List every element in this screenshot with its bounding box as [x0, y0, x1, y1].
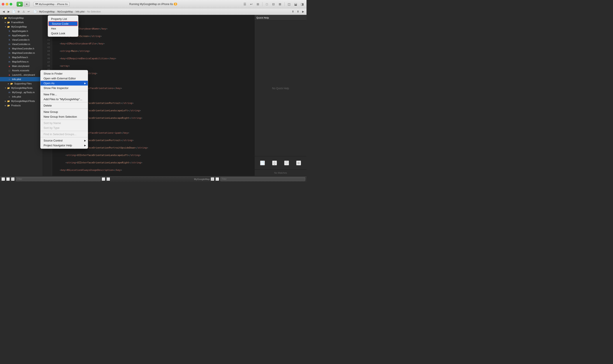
titlebar-center: Running MyGoogleMap on iPhone 6s 3: [129, 3, 177, 6]
context-menu-new-group[interactable]: New Group: [41, 109, 88, 114]
disclosure-mygooglemap[interactable]: ▼: [4, 25, 7, 28]
sidebar-item-uitests[interactable]: ▶ 📂 MyGoogleMapUITests: [0, 99, 43, 103]
nav-jump[interactable]: ↩: [27, 9, 31, 14]
titlebar: ▶ ■ 🗺 MyGoogleMap › iPhone 6s Running My…: [0, 0, 306, 8]
close-button[interactable]: [2, 3, 4, 5]
hide-inspector[interactable]: ◨: [300, 1, 305, 7]
sidebar-item-label-mapselfview-m: MapSelfView.m: [12, 60, 29, 63]
quick-help-bottom: 📄 {} ⓘ ⊞: [255, 156, 306, 169]
bottom-nav-2[interactable]: ▷: [106, 177, 110, 181]
remove-file-button[interactable]: −: [6, 177, 10, 181]
qh-code-btn[interactable]: {}: [272, 161, 277, 165]
sidebar-item-tests-m[interactable]: m MyGoogl...apTests.m: [0, 90, 43, 94]
sidebar-item-mapselfview-m[interactable]: m MapSelfView.m: [0, 60, 43, 64]
breadcrumb-2[interactable]: MyGoogleMap: [57, 10, 73, 13]
assistant-editor[interactable]: ⊟: [271, 1, 276, 7]
sidebar-item-infoplist[interactable]: ≡ Info.plist: [0, 77, 43, 81]
sidebar-item-mapselfview-h[interactable]: h MapSelfView.h: [0, 55, 43, 60]
hide-navigator[interactable]: ◫: [286, 1, 292, 7]
bottom-right-toggle[interactable]: ⊞: [211, 177, 215, 181]
breadcrumb-1[interactable]: MyGoogleMap: [39, 10, 55, 13]
bottom-filter-right[interactable]: ⌕: [216, 177, 219, 181]
context-menu-new-group-selection[interactable]: New Group from Selection: [41, 114, 88, 119]
context-menu-source-control[interactable]: Source Control: [41, 138, 88, 143]
line-num-43: 43: [43, 46, 52, 49]
sidebar-item-mainstoryboard[interactable]: ◈ Main.storyboard: [0, 64, 43, 68]
bottom-nav-1[interactable]: ◁: [102, 177, 106, 181]
filter-input[interactable]: [16, 177, 101, 181]
nav-next-issue[interactable]: ⬇: [296, 9, 300, 14]
context-menu-delete[interactable]: Delete: [41, 103, 88, 108]
submenu-quick-look[interactable]: Quick Look: [48, 31, 78, 36]
disclosure-tests[interactable]: ▼: [4, 86, 7, 90]
sidebar-item-viewcontroller-m[interactable]: m ViewController.m: [0, 42, 43, 46]
add-file-button[interactable]: +: [1, 177, 5, 181]
disclosure-project[interactable]: ▼: [1, 16, 4, 19]
warning-badge: 3: [174, 3, 177, 5]
nav-file[interactable]: 📄: [11, 9, 16, 14]
jump-btn[interactable]: ↩: [249, 1, 254, 7]
breadcrumb-3[interactable]: Info.plist: [76, 10, 84, 13]
context-menu-open-external[interactable]: Open with External Editor: [41, 76, 88, 81]
nav-toolbar: ◀ ▶ 📄 ⊕ ⚠ ↩ 📄 › MyGoogleMap › MyGoogleMa…: [0, 8, 306, 15]
submenu-source-code[interactable]: Source Code: [48, 21, 78, 26]
sidebar-item-products[interactable]: ▶ 📂 Products: [0, 103, 43, 108]
sidebar-item-appdelegate-h[interactable]: h AppDelegate.h: [0, 29, 43, 33]
traffic-lights: [2, 3, 12, 5]
sidebar-item-mapviewcontroller-h[interactable]: h MapViewController.h: [0, 46, 43, 51]
submenu-hex[interactable]: Hex: [48, 26, 78, 31]
sidebar-item-appdelegate-m[interactable]: m AppDelegate.m: [0, 33, 43, 38]
navigator-toggle[interactable]: ☰: [242, 1, 247, 7]
scheme-selector[interactable]: 🗺 MyGoogleMap › iPhone 6s: [33, 2, 70, 6]
mygooglemap-icon: 📂: [7, 25, 10, 28]
sidebar-item-project[interactable]: ▼ 📁 MyGoogleMap: [0, 16, 43, 20]
sidebar-item-viewcontroller-h[interactable]: h ViewController.h: [0, 38, 43, 42]
context-menu-add-files[interactable]: Add Files to "MyGoogleMap"...: [41, 97, 88, 102]
context-menu-show-in-finder[interactable]: Show in Finder: [41, 71, 88, 76]
nav-bookmark[interactable]: ⊕: [16, 9, 21, 14]
version-editor[interactable]: ⊠: [277, 1, 283, 7]
nav-reveal[interactable]: ▶: [301, 9, 305, 14]
sidebar-item-framework[interactable]: ▶ 📂 FrameWork: [0, 20, 43, 25]
nav-warning[interactable]: ⚠: [21, 9, 26, 14]
sidebar-item-mapviewcontroller-m[interactable]: m MapViewController.m: [0, 51, 43, 55]
submenu-property-list[interactable]: Property List: [48, 16, 78, 21]
context-menu-show-inspector[interactable]: Show File Inspector: [41, 86, 88, 90]
context-menu-open-as[interactable]: Open As: [41, 81, 88, 86]
quick-help-header: Quick Help: [255, 15, 306, 21]
nav-back[interactable]: ◀: [1, 9, 6, 14]
assistant-btn[interactable]: ⊞: [255, 1, 260, 7]
qh-layout-btn[interactable]: ⊞: [296, 161, 301, 165]
disclosure-uitests[interactable]: ▶: [4, 100, 7, 103]
hide-debug[interactable]: ⬓: [293, 1, 298, 7]
filter-options-button[interactable]: ⚙: [11, 177, 15, 181]
context-menu-sep-3: [41, 108, 88, 109]
project-icon: 📁: [4, 16, 7, 19]
run-button[interactable]: ▶: [17, 2, 23, 7]
mapselfview-h-icon: h: [8, 56, 11, 59]
stop-button[interactable]: ■: [24, 2, 30, 7]
code-line-40: <key>UIRequiredDeviceCapabilities</key>: [54, 57, 253, 60]
disclosure-products[interactable]: ▶: [4, 104, 7, 107]
sidebar-item-assets[interactable]: ◻ Assets.xcassets: [0, 68, 43, 73]
context-menu-new-file[interactable]: New File...: [41, 92, 88, 97]
sidebar-item-tests-plist[interactable]: ≡ Info.plist: [0, 94, 43, 99]
sidebar-item-supportingfiles[interactable]: ▶ 📂 Supporting Files: [0, 81, 43, 86]
context-menu-project-nav-help[interactable]: Project Navigator Help: [41, 143, 88, 148]
fullscreen-button[interactable]: [10, 3, 12, 5]
sidebar-item-launchstoryboard[interactable]: ◈ LaunchS...storyboard: [0, 73, 43, 77]
disclosure-framework[interactable]: ▶: [4, 21, 7, 24]
standard-editor[interactable]: □: [264, 1, 270, 7]
nav-forward[interactable]: ▶: [6, 9, 11, 14]
minimize-button[interactable]: [6, 3, 8, 5]
right-filter-input[interactable]: [220, 177, 305, 181]
sidebar-item-label-mapviewcontroller-h: MapViewController.h: [12, 47, 34, 50]
mapviewcontroller-m-icon: m: [8, 52, 11, 54]
sidebar-item-mygooglemap[interactable]: ▼ 📂 MyGoogleMap: [0, 25, 43, 29]
nav-prev-issue[interactable]: ⬆: [291, 9, 295, 14]
qh-info-btn[interactable]: ⓘ: [284, 161, 289, 165]
uitests-icon: 📂: [7, 100, 10, 103]
sidebar-item-tests[interactable]: ▼ 📂 MyGoogleMapTests: [0, 86, 43, 90]
disclosure-supportingfiles[interactable]: ▶: [7, 82, 10, 85]
qh-file-btn[interactable]: 📄: [260, 161, 265, 165]
